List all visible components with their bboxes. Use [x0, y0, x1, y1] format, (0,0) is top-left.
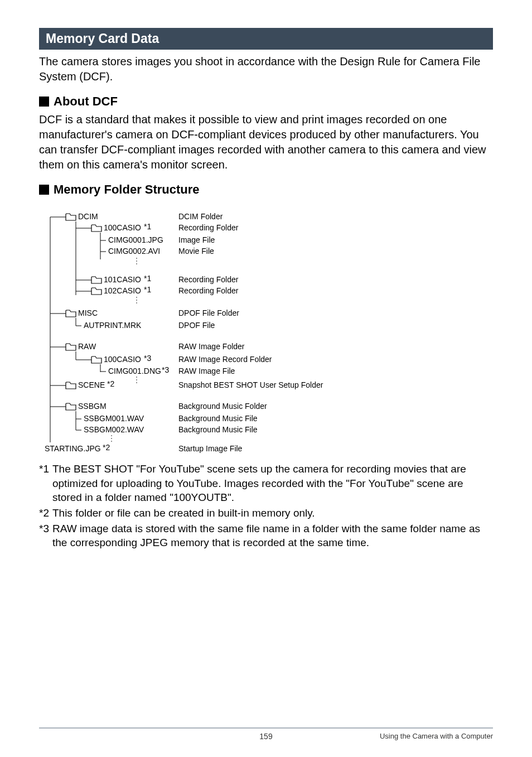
square-bullet-icon [39, 97, 49, 107]
tree-raw-100casio-meaning: RAW Image Record Folder [178, 355, 272, 364]
tree-101casio-label: 101CASIO [104, 275, 141, 284]
tree-ssbgm-label: SSBGM [78, 402, 107, 411]
tree-102casio-meaning: Recording Folder [178, 286, 239, 295]
footnotes: *1 The BEST SHOT "For YouTube" scene set… [39, 462, 493, 551]
tree-starting-ast: *2 [103, 443, 110, 452]
tree-100casio-label: 100CASIO [104, 223, 141, 232]
footnote1-mark: *1 [39, 462, 49, 505]
tree-cimg0001-label: CIMG0001.JPG [108, 235, 163, 244]
tree-dcim-meaning: DCIM Folder [178, 212, 223, 221]
page-number: 159 [259, 732, 272, 741]
tree-ssbgm001-meaning: Background Music File [178, 414, 258, 423]
tree-ssbgm002-label: SSBGM002.WAV [84, 425, 144, 434]
svg-point-33 [111, 441, 112, 442]
svg-point-13 [136, 263, 137, 264]
tree-100casio-ast: *1 [144, 222, 151, 231]
about-dcf-paragraph: DCF is a standard that makes it possible… [39, 112, 493, 172]
footnote3-text: RAW image data is stored with the same f… [52, 522, 493, 550]
tree-raw-dng-meaning: RAW Image File [178, 367, 235, 375]
tree-ssbgm001-label: SSBGM001.WAV [84, 414, 144, 423]
tree-ssbgm002-meaning: Background Music File [178, 425, 258, 434]
svg-point-17 [136, 300, 137, 301]
svg-point-16 [136, 297, 137, 298]
folder-tree: DCIM DCIM Folder 100CASIO *1 Recording F… [45, 206, 493, 454]
svg-point-25 [136, 377, 137, 378]
tree-cimg0002-meaning: Movie File [178, 247, 214, 255]
tree-cimg0002-label: CIMG0002.AVI [108, 247, 160, 255]
intro-paragraph: The camera stores images you shoot in ac… [39, 54, 493, 84]
folder-structure-heading-text: Memory Folder Structure [54, 182, 200, 197]
svg-point-31 [111, 435, 112, 436]
footnote2-mark: *2 [39, 506, 49, 520]
tree-autprint-meaning: DPOF File [178, 321, 215, 330]
svg-point-32 [111, 438, 112, 439]
tree-scene-label: SCENE [78, 380, 105, 389]
footnote1-text: The BEST SHOT "For YouTube" scene sets u… [52, 462, 493, 505]
tree-raw-100casio-ast: *3 [144, 354, 151, 363]
footer-section-title: Using the Camera with a Computer [380, 732, 493, 740]
tree-cimg0001-meaning: Image File [178, 235, 215, 244]
tree-raw-dng-label: CIMG001.DNG [108, 367, 161, 375]
tree-raw-meaning: RAW Image Folder [178, 342, 245, 351]
footnote3-mark: *3 [39, 522, 49, 550]
tree-misc-meaning: DPOF File Folder [178, 308, 239, 317]
about-dcf-heading: About DCF [39, 94, 493, 109]
tree-102casio-ast: *1 [144, 285, 151, 294]
tree-dcim-label: DCIM [78, 212, 98, 221]
tree-scene-ast: *2 [107, 379, 114, 388]
tree-autprint-label: AUTPRINT.MRK [84, 321, 142, 330]
svg-point-26 [136, 379, 137, 380]
svg-point-12 [136, 261, 137, 262]
svg-point-18 [136, 302, 137, 303]
tree-101casio-ast: *1 [144, 274, 151, 283]
tree-starting-label: STARTING.JPG [45, 444, 101, 453]
tree-raw-label: RAW [78, 342, 96, 351]
tree-raw-dng-ast: *3 [162, 365, 169, 374]
page-footer: 159 Using the Camera with a Computer [39, 727, 493, 740]
tree-misc-label: MISC [78, 308, 98, 317]
tree-ssbgm-meaning: Background Music Folder [178, 402, 267, 411]
tree-100casio-meaning: Recording Folder [178, 223, 239, 232]
footnote2-text: This folder or file can be created in bu… [52, 506, 315, 520]
tree-starting-meaning: Startup Image File [178, 444, 243, 453]
svg-point-27 [136, 382, 137, 383]
about-dcf-heading-text: About DCF [54, 94, 118, 109]
tree-101casio-meaning: Recording Folder [178, 275, 239, 284]
tree-102casio-label: 102CASIO [104, 286, 141, 295]
tree-scene-meaning: Snapshot BEST SHOT User Setup Folder [178, 380, 323, 389]
svg-point-11 [136, 258, 137, 259]
folder-structure-heading: Memory Folder Structure [39, 182, 493, 197]
tree-raw-100casio-label: 100CASIO [104, 355, 141, 364]
section-header: Memory Card Data [39, 28, 493, 50]
square-bullet-icon [39, 185, 49, 195]
